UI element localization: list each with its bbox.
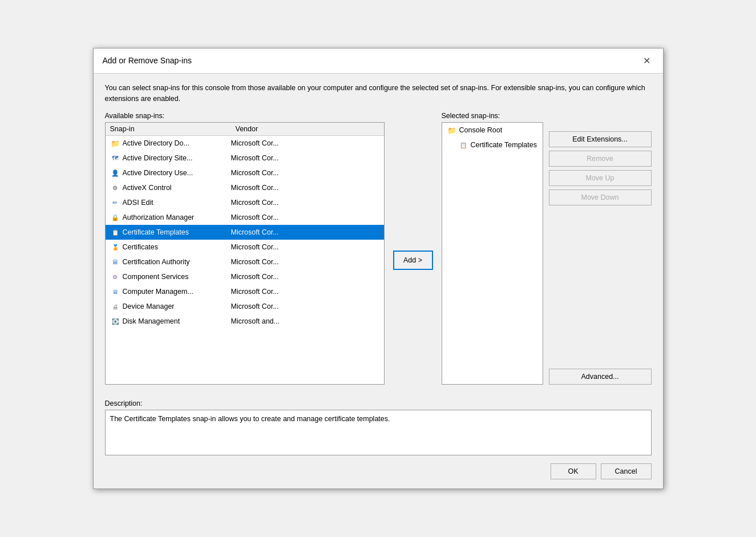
snapin-name: Certification Authority: [123, 258, 231, 266]
snapin-name: Device Manager: [123, 302, 231, 310]
snapin-icon: 🖨: [110, 301, 120, 312]
snapin-vendor: Microsoft Cor...: [231, 228, 379, 236]
snapin-name: ActiveX Control: [123, 184, 231, 192]
remove-button[interactable]: Remove: [549, 151, 652, 167]
snapin-vendor: Microsoft Cor...: [231, 302, 379, 310]
selected-snapin-name: Console Root: [459, 126, 503, 134]
snapin-icon: 🖥: [110, 286, 120, 297]
snapin-icon: ⚙: [110, 183, 120, 193]
available-list-item[interactable]: ✏ ADSI Edit Microsoft Cor...: [106, 195, 384, 210]
available-list-item[interactable]: 🏛 Certification Authority Microsoft Cor.…: [106, 255, 384, 269]
snapin-vendor: Microsoft Cor...: [231, 258, 379, 266]
description-box: The Certificate Templates snap-in allows…: [105, 410, 652, 455]
snapin-icon: 🔒: [110, 212, 120, 223]
snapin-vendor: Microsoft Cor...: [231, 213, 379, 221]
right-section: Selected snap-ins: 📁 Console Root 📋 Cert…: [442, 112, 652, 385]
available-list-item[interactable]: 🔒 Authorization Manager Microsoft Cor...: [106, 210, 384, 225]
snapin-name: Certificates: [123, 243, 231, 251]
snapin-icon: 💽: [110, 316, 120, 326]
selected-snapin-icon: 📁: [447, 125, 457, 135]
middle-panel: Add >: [390, 112, 436, 391]
col-vendor-header: Vendor: [236, 125, 379, 133]
available-list-box: Snap-in Vendor 📁 Active Directory Do... …: [105, 122, 385, 385]
snapin-icon: ⚙: [110, 272, 120, 282]
snapin-icon: 🗺: [110, 153, 120, 163]
bottom-buttons: OK Cancel: [105, 463, 652, 479]
snapin-icon: 📁: [110, 138, 120, 148]
ok-button[interactable]: OK: [551, 463, 596, 479]
snapin-vendor: Microsoft Cor...: [231, 199, 379, 207]
snapin-icon: 🏅: [110, 242, 120, 252]
intro-text: You can select snap-ins for this console…: [105, 83, 652, 104]
dialog-title: Add or Remove Snap-ins: [103, 56, 192, 65]
snapin-vendor: Microsoft Cor...: [231, 184, 379, 192]
snapin-name: Active Directory Site...: [123, 154, 231, 162]
available-list-item[interactable]: 📋 Certificate Templates Microsoft Cor...: [106, 225, 384, 240]
selected-panel: Selected snap-ins: 📁 Console Root 📋 Cert…: [442, 112, 543, 385]
available-list-item[interactable]: 🖥 Computer Managem... Microsoft Cor...: [106, 284, 384, 299]
selected-snapin-icon: 📋: [458, 140, 468, 150]
snapin-vendor: Microsoft Cor...: [231, 243, 379, 251]
snapin-name: Active Directory Use...: [123, 169, 231, 177]
available-list-item[interactable]: 📁 Active Directory Do... Microsoft Cor..…: [106, 136, 384, 151]
cancel-button[interactable]: Cancel: [601, 463, 652, 479]
selected-snapin-name: Certificate Templates: [471, 141, 537, 149]
available-list-header: Snap-in Vendor: [106, 123, 384, 136]
snapin-vendor: Microsoft Cor...: [231, 154, 379, 162]
snapin-icon: 📋: [110, 227, 120, 237]
snapin-icon: 🏛: [110, 257, 120, 267]
snapin-vendor: Microsoft Cor...: [231, 139, 379, 147]
edit-extensions-button[interactable]: Edit Extensions...: [549, 131, 652, 147]
advanced-button[interactable]: Advanced...: [549, 369, 652, 385]
available-list-item[interactable]: 💽 Disk Management Microsoft and...: [106, 314, 384, 329]
snapin-vendor: Microsoft Cor...: [231, 288, 379, 296]
selected-label: Selected snap-ins:: [442, 112, 543, 120]
selected-list-item[interactable]: 📋 Certificate Templates: [442, 138, 543, 152]
selected-list-box[interactable]: 📁 Console Root 📋 Certificate Templates: [442, 122, 543, 385]
add-button[interactable]: Add >: [393, 251, 433, 270]
available-list-item[interactable]: 🖨 Device Manager Microsoft Cor...: [106, 299, 384, 314]
desc-label: Description:: [105, 399, 652, 407]
snapin-vendor: Microsoft Cor...: [231, 273, 379, 281]
selected-list-item[interactable]: 📁 Console Root: [442, 123, 543, 138]
available-list-item[interactable]: 🗺 Active Directory Site... Microsoft Cor…: [106, 151, 384, 165]
available-list-scrollable[interactable]: 📁 Active Directory Do... Microsoft Cor..…: [106, 136, 384, 384]
description-section: Description: The Certificate Templates s…: [105, 399, 652, 455]
available-list-item[interactable]: ⚙ Component Services Microsoft Cor...: [106, 269, 384, 284]
snapin-name: Authorization Manager: [123, 213, 231, 221]
snapin-name: Active Directory Do...: [123, 139, 231, 147]
title-bar: Add or Remove Snap-ins ✕: [94, 49, 663, 74]
snapin-icon: 👤: [110, 168, 120, 178]
available-list-item[interactable]: 👤 Active Directory Use... Microsoft Cor.…: [106, 165, 384, 180]
available-label: Available snap-ins:: [105, 112, 385, 120]
snapin-name: Computer Managem...: [123, 288, 231, 296]
snapin-name: ADSI Edit: [123, 199, 231, 207]
col-snapin-header: Snap-in: [110, 125, 236, 133]
snapin-vendor: Microsoft Cor...: [231, 169, 379, 177]
right-buttons-panel: Edit Extensions... Remove Move Up Move D…: [549, 112, 652, 385]
add-remove-snapins-dialog: Add or Remove Snap-ins ✕ You can select …: [93, 48, 664, 490]
close-button[interactable]: ✕: [640, 54, 654, 67]
move-down-button[interactable]: Move Down: [549, 189, 652, 205]
snapin-name: Component Services: [123, 273, 231, 281]
snapin-icon: ✏: [110, 197, 120, 208]
snapin-name: Certificate Templates: [123, 228, 231, 236]
snapin-vendor: Microsoft and...: [231, 317, 379, 325]
move-up-button[interactable]: Move Up: [549, 170, 652, 186]
available-list-item[interactable]: ⚙ ActiveX Control Microsoft Cor...: [106, 180, 384, 195]
available-panel: Available snap-ins: Snap-in Vendor 📁 Act…: [105, 112, 385, 385]
snapin-name: Disk Management: [123, 317, 231, 325]
available-list-item[interactable]: 🏅 Certificates Microsoft Cor...: [106, 240, 384, 255]
